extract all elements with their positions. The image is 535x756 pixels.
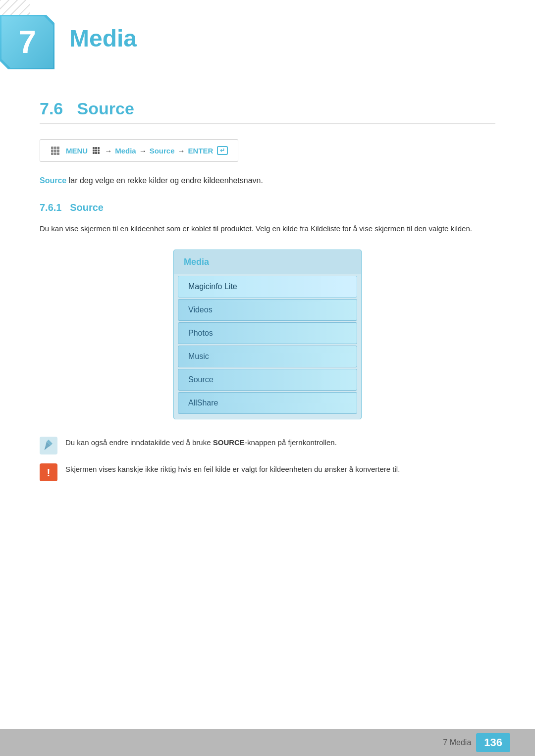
- svg-rect-1: [54, 147, 56, 149]
- content-area: 7.6 Source MENU → Media → Source → ENT: [0, 79, 535, 510]
- svg-rect-6: [51, 152, 54, 155]
- path-source: Source: [150, 147, 175, 155]
- section-description: Source lar deg velge en rekke kilder og …: [40, 174, 495, 187]
- pencil-icon: [40, 437, 57, 454]
- note-1-after: -knappen på fjernkontrollen.: [245, 438, 337, 447]
- menu-item-magicinfo[interactable]: Magicinfo Lite: [178, 276, 357, 298]
- chapter-number-block: 7: [0, 15, 54, 69]
- note-1-text: Du kan også endre inndatakilde ved å bru…: [65, 437, 337, 449]
- subsection-title: 7.6.1 Source: [40, 202, 495, 213]
- subsection-number: 7.6.1: [40, 202, 61, 213]
- note-1-before: Du kan også endre inndatakilde ved å bru…: [65, 438, 213, 447]
- svg-rect-8: [57, 152, 59, 155]
- menu-item-allshare[interactable]: AllShare: [178, 392, 357, 414]
- note-item-1: Du kan også endre inndatakilde ved å bru…: [40, 437, 495, 454]
- chapter-title: Media: [69, 25, 137, 52]
- enter-key-icon: ↵: [217, 146, 228, 155]
- subsection-description: Du kan vise skjermen til en kildeenhet s…: [40, 222, 495, 235]
- section-title: 7.6 Source: [40, 99, 495, 124]
- arrow-2: →: [139, 147, 147, 155]
- description-highlight: Source: [40, 176, 66, 185]
- note-2-text: Skjermen vises kanskje ikke riktig hvis …: [65, 463, 400, 475]
- menu-item-source[interactable]: Source: [178, 369, 357, 391]
- svg-rect-0: [51, 147, 54, 149]
- media-menu-title: Media: [174, 250, 361, 274]
- svg-text:!: !: [47, 466, 50, 479]
- svg-rect-5: [57, 150, 59, 152]
- grid-icon: [93, 147, 100, 154]
- subsection-heading: Source: [70, 202, 104, 213]
- svg-rect-3: [51, 150, 54, 152]
- section-number: 7.6: [40, 99, 63, 118]
- svg-rect-7: [54, 152, 56, 155]
- path-enter: ENTER: [188, 147, 214, 155]
- page-number: 136: [476, 733, 510, 752]
- media-menu-container: Media Magicinfo Lite Videos Photos Music…: [40, 250, 495, 419]
- menu-label: MENU: [66, 147, 88, 155]
- warning-icon: !: [40, 463, 57, 481]
- arrow-3: →: [178, 147, 185, 155]
- notes-area: Du kan også endre inndatakilde ved å bru…: [40, 437, 495, 481]
- svg-rect-2: [57, 147, 59, 149]
- chapter-header: 7 Media: [0, 0, 535, 79]
- description-text: lar deg velge en rekke kilder og endre k…: [66, 176, 263, 185]
- path-media: Media: [115, 147, 136, 155]
- menu-item-music[interactable]: Music: [178, 346, 357, 367]
- menu-item-videos[interactable]: Videos: [178, 299, 357, 321]
- media-menu: Media Magicinfo Lite Videos Photos Music…: [173, 250, 362, 419]
- page-footer: 7 Media 136: [0, 729, 535, 756]
- arrow-1: →: [105, 147, 112, 155]
- note-1-bold: SOURCE: [213, 438, 245, 447]
- menu-icon: [50, 146, 60, 155]
- menu-item-photos[interactable]: Photos: [178, 322, 357, 344]
- menu-path-box: MENU → Media → Source → ENTER ↵: [40, 139, 238, 162]
- footer-text: 7 Media: [443, 738, 471, 747]
- svg-rect-4: [54, 150, 56, 152]
- chapter-number: 7: [18, 26, 36, 58]
- note-item-2: ! Skjermen vises kanskje ikke riktig hvi…: [40, 463, 495, 481]
- section-heading: Source: [77, 99, 134, 118]
